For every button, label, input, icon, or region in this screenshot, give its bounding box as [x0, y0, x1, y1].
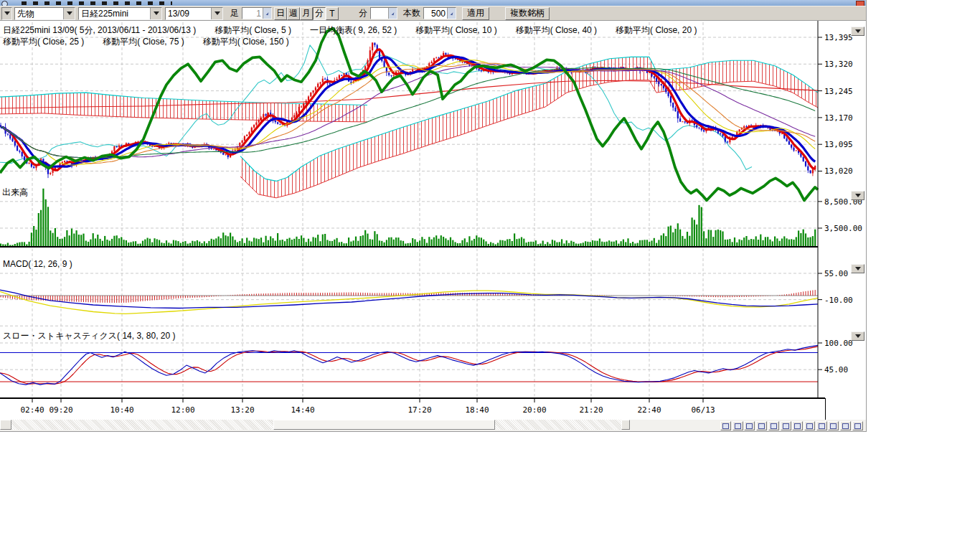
minute-stepper[interactable]: [370, 7, 397, 19]
svg-text:09:20: 09:20: [49, 405, 72, 415]
scroll-left-button[interactable]: [0, 420, 11, 430]
window-titlebar[interactable]: [0, 0, 866, 6]
price-chart-svg[interactable]: 13,39513,32013,24513,17013,09513,0208,50…: [0, 21, 866, 420]
contract-month-select[interactable]: 13/09: [165, 7, 223, 20]
svg-text:13,095: 13,095: [824, 140, 853, 149]
symbol-select-value: 日経225mini: [79, 8, 150, 19]
chevron-down-icon[interactable]: [2, 8, 11, 19]
macd-lines: [0, 290, 818, 314]
bar-interval-stepper[interactable]: 1: [242, 7, 272, 19]
bar-type-label: 足: [230, 7, 239, 19]
stoch-axis-dropdown-button[interactable]: [851, 331, 864, 341]
bar-count-label: 本数: [403, 7, 420, 19]
symbol-select[interactable]: 日経225mini: [78, 7, 162, 20]
period-button-day[interactable]: 日: [274, 7, 287, 20]
scrollbar-track-left[interactable]: [11, 420, 273, 430]
bar-count-stepper[interactable]: 500: [423, 7, 456, 19]
period-button-month[interactable]: 月: [300, 7, 313, 20]
chevron-down-icon[interactable]: [211, 8, 222, 19]
svg-text:10:40: 10:40: [110, 405, 133, 415]
chart-tool-button-8[interactable]: [804, 421, 815, 430]
desktop: 先物 日経225mini 13/09 足 1 日 週 月 分 T 分: [0, 0, 980, 551]
svg-text:20:00: 20:00: [522, 405, 546, 415]
spinner-icon[interactable]: [447, 8, 456, 19]
period-button-tick[interactable]: T: [326, 7, 339, 20]
period-button-minute[interactable]: 分: [313, 7, 326, 20]
chart-area[interactable]: 13,39513,32013,24513,17013,09513,0208,50…: [0, 21, 866, 420]
svg-text:3,500.00: 3,500.00: [824, 224, 862, 233]
chevron-down-icon[interactable]: [63, 8, 75, 19]
tool-glyph-icon: [794, 423, 801, 429]
chart-tool-button-12[interactable]: [852, 421, 863, 430]
volume-axis-dropdown-button[interactable]: [851, 191, 864, 200]
horizontal-scrollbar: [0, 420, 866, 431]
tool-glyph-icon: [746, 423, 753, 429]
chevron-down-icon[interactable]: [150, 8, 161, 19]
chart-tool-button-5[interactable]: [768, 421, 779, 430]
tool-glyph-icon: [783, 423, 789, 429]
svg-text:17:20: 17:20: [407, 405, 431, 415]
svg-text:100.00: 100.00: [824, 339, 853, 348]
scrollbar-track-right[interactable]: [495, 420, 621, 430]
svg-text:22:40: 22:40: [637, 405, 661, 415]
chart-tool-button-2[interactable]: [732, 421, 743, 430]
svg-text:13:20: 13:20: [230, 405, 254, 415]
svg-text:13,020: 13,020: [824, 166, 853, 176]
chart-canvas[interactable]: 13,39513,32013,24513,17013,09513,0208,50…: [0, 21, 866, 423]
window-title-text: [22, 1, 172, 5]
tool-glyph-icon: [722, 423, 729, 429]
chart-tool-button-4[interactable]: [756, 421, 767, 430]
scrollbar-thumb[interactable]: [273, 420, 495, 430]
svg-text:21:20: 21:20: [579, 405, 603, 415]
chart-application-window: 先物 日経225mini 13/09 足 1 日 週 月 分 T 分: [0, 0, 867, 432]
tool-glyph-icon: [758, 423, 765, 429]
svg-text:14:40: 14:40: [291, 405, 314, 415]
scroll-right-button[interactable]: [621, 420, 630, 430]
chart-tool-button-9[interactable]: [816, 421, 827, 430]
price-axis-dropdown-button[interactable]: [851, 27, 864, 36]
svg-text:-10.00: -10.00: [824, 296, 853, 305]
period-button-week[interactable]: 週: [287, 7, 300, 20]
svg-text:02:40: 02:40: [20, 405, 44, 415]
tool-glyph-icon: [854, 423, 861, 429]
axis-ticks: 13,39513,32013,24513,17013,09513,0208,50…: [0, 33, 862, 375]
macd-histogram: [1, 290, 815, 303]
svg-text:13,395: 13,395: [824, 33, 853, 42]
hidden-combo[interactable]: [1, 7, 12, 20]
svg-text:06/13: 06/13: [691, 405, 715, 415]
tool-glyph-icon: [842, 423, 849, 429]
market-select[interactable]: 先物: [14, 7, 75, 20]
ichimoku-cloud: [0, 57, 818, 197]
svg-text:13,245: 13,245: [824, 87, 853, 96]
tool-glyph-icon: [771, 423, 777, 429]
svg-text:45.00: 45.00: [824, 365, 848, 375]
chart-tool-button-11[interactable]: [840, 421, 851, 430]
tool-glyph-icon: [735, 423, 741, 429]
svg-text:13,320: 13,320: [824, 60, 853, 69]
tool-glyph-icon: [830, 423, 837, 429]
tool-glyph-icon: [819, 423, 825, 429]
chart-tool-button-6[interactable]: [781, 421, 791, 430]
volume-bars: [0, 189, 816, 247]
svg-text:18:40: 18:40: [465, 405, 489, 415]
bar-interval-value: 1: [242, 9, 263, 19]
axis-divider-line: [825, 398, 826, 422]
spinner-icon[interactable]: [263, 8, 271, 19]
chart-toolbar: 先物 日経225mini 13/09 足 1 日 週 月 分 T 分: [0, 6, 866, 21]
chart-tool-button-1[interactable]: [720, 421, 731, 430]
tool-glyph-icon: [806, 423, 813, 429]
multi-symbol-button[interactable]: 複数銘柄: [505, 7, 550, 20]
chart-tool-button-7[interactable]: [792, 421, 803, 430]
macd-axis-dropdown-button[interactable]: [851, 264, 864, 273]
svg-text:55.00: 55.00: [824, 269, 848, 278]
bar-count-value: 500: [424, 9, 447, 19]
market-select-value: 先物: [15, 8, 63, 19]
svg-text:12:00: 12:00: [171, 405, 194, 415]
spinner-icon[interactable]: [388, 8, 397, 19]
minute-label: 分: [359, 7, 367, 19]
stochastics: [0, 345, 818, 385]
chart-tool-button-10[interactable]: [828, 421, 839, 430]
contract-month-value: 13/09: [166, 8, 211, 19]
apply-button[interactable]: 適用: [462, 7, 489, 20]
chart-tool-button-3[interactable]: [744, 421, 755, 430]
